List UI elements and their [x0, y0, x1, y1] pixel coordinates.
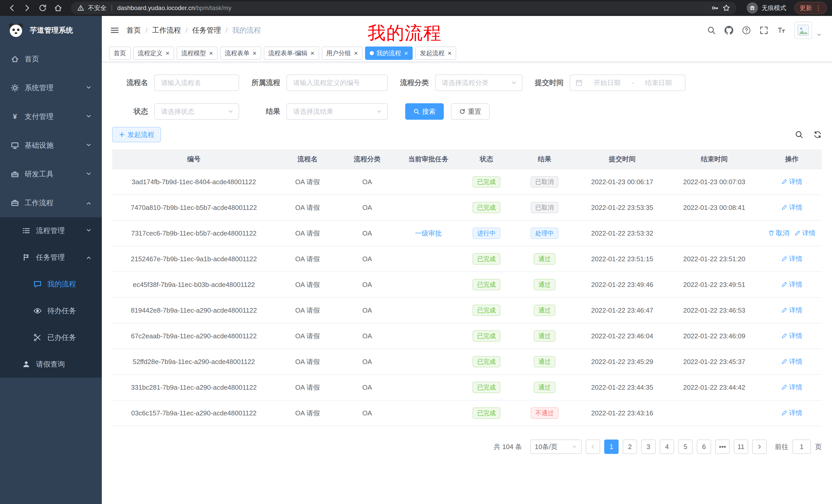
prev-page-button[interactable] — [586, 440, 600, 454]
app-logo[interactable]: 芋道管理系统 — [0, 16, 102, 45]
breadcrumb-item[interactable]: 任务管理 — [192, 25, 221, 35]
browser-chrome: 不安全 dashboard.yudao.iocoder.cn/bpm/task/… — [0, 0, 832, 16]
tab-process-form-edit[interactable]: 流程表单-编辑× — [264, 47, 319, 60]
star-icon[interactable] — [723, 4, 730, 12]
tab-start-process[interactable]: 发起流程× — [415, 47, 456, 60]
detail-link[interactable]: 详情 — [781, 177, 802, 186]
search-icon — [707, 26, 716, 35]
more-pages-button[interactable]: ••• — [715, 440, 730, 454]
detail-link[interactable]: 详情 — [781, 409, 802, 417]
briefcase-icon — [10, 199, 20, 207]
sidebar-item-home[interactable]: 首页 — [0, 45, 102, 74]
page-button-6[interactable]: 6 — [697, 440, 711, 454]
next-page-button[interactable] — [752, 440, 767, 454]
search-toggle-button[interactable] — [795, 131, 803, 139]
home-icon — [10, 55, 20, 63]
parent-process-input[interactable] — [286, 75, 388, 91]
close-icon[interactable]: × — [448, 50, 451, 57]
close-icon[interactable]: × — [253, 50, 256, 57]
refresh-table-button[interactable] — [813, 131, 822, 139]
user-avatar[interactable] — [795, 22, 812, 39]
edit-icon — [781, 384, 787, 390]
sidebar-item-my-process[interactable]: 我的流程 — [0, 271, 102, 298]
goto-page-input[interactable] — [792, 440, 811, 454]
category-select[interactable]: 请选择流程分类 — [435, 75, 522, 91]
update-button[interactable]: 更新 ⋮ — [795, 2, 827, 14]
column-header: 编号 — [112, 149, 276, 169]
date-end-placeholder: 结束日期 — [637, 78, 680, 87]
sidebar-item-system-management[interactable]: 系统管理 — [0, 74, 102, 102]
refresh-icon — [38, 4, 47, 12]
hamburger-icon[interactable] — [110, 26, 119, 35]
cancel-link[interactable]: 取消 — [768, 229, 789, 237]
sidebar-item-leave-query[interactable]: 请假查询 — [0, 351, 102, 377]
avatar-dropdown-icon[interactable] — [816, 30, 822, 39]
address-bar[interactable]: 不安全 dashboard.yudao.iocoder.cn/bpm/task/… — [71, 2, 736, 15]
browser-home-icon[interactable] — [51, 1, 65, 15]
column-header: 流程名 — [276, 149, 339, 169]
forward-icon — [23, 4, 32, 12]
browser-back-icon[interactable] — [5, 1, 19, 15]
sidebar-item-done-tasks[interactable]: 已办任务 — [0, 324, 102, 351]
current-task-link[interactable]: 一级审批 — [415, 229, 442, 238]
search-button[interactable]: 搜索 — [405, 103, 444, 120]
help-button[interactable] — [742, 26, 751, 35]
edit-icon — [781, 204, 787, 211]
tab-user-group[interactable]: 用户分组× — [322, 47, 363, 60]
detail-link[interactable]: 详情 — [795, 229, 815, 237]
status-select[interactable]: 请选择状态 — [154, 103, 239, 120]
process-name-input[interactable] — [154, 75, 239, 91]
app-title: 芋道管理系统 — [30, 25, 73, 35]
sidebar-item-todo-tasks[interactable]: 待办任务 — [0, 298, 102, 324]
sidebar-item-task-management[interactable]: 任务管理 — [0, 244, 102, 271]
top-navbar: 首页/工作流程/任务管理/我的流程 — [102, 16, 832, 45]
submit-time-range-picker[interactable]: 开始日期 - 结束日期 — [570, 75, 685, 91]
breadcrumb-item[interactable]: 工作流程 — [152, 25, 181, 35]
browser-forward-icon[interactable] — [21, 1, 34, 15]
tab-process-form[interactable]: 流程表单× — [220, 47, 261, 60]
eye-icon — [33, 307, 42, 315]
page-button-2[interactable]: 2 — [623, 440, 637, 454]
detail-link[interactable]: 详情 — [781, 254, 802, 263]
start-process-button[interactable]: 发起流程 — [112, 127, 161, 142]
page-button-4[interactable]: 4 — [660, 440, 674, 454]
close-icon[interactable]: × — [354, 50, 358, 57]
tab-home[interactable]: 首页 — [109, 47, 131, 60]
detail-link[interactable]: 详情 — [781, 280, 802, 289]
page-button-1[interactable]: 1 — [604, 440, 619, 454]
category-label: 流程分类 — [400, 78, 429, 88]
sidebar-item-payment-management[interactable]: ¥支付管理 — [0, 102, 102, 131]
detail-link[interactable]: 详情 — [781, 383, 802, 392]
detail-link[interactable]: 详情 — [781, 331, 802, 340]
search-form: 流程名 所属流程 流程分类 请选择流程分类 — [112, 75, 822, 120]
close-icon[interactable]: × — [311, 50, 314, 57]
sidebar-item-workflow[interactable]: 工作流程 — [0, 189, 102, 217]
browser-refresh-icon[interactable] — [36, 1, 49, 15]
font-size-button[interactable] — [777, 26, 786, 35]
reset-button[interactable]: 重置 — [451, 103, 490, 120]
tab-process-model[interactable]: 流程模型× — [177, 47, 217, 60]
page-button-11[interactable]: 11 — [734, 440, 748, 454]
close-icon[interactable]: × — [209, 50, 213, 57]
detail-link[interactable]: 详情 — [781, 203, 802, 212]
search-button[interactable] — [707, 26, 716, 35]
page-button-5[interactable]: 5 — [678, 440, 693, 454]
result-badge: 处理中 — [531, 228, 558, 239]
tab-process-definition[interactable]: 流程定义× — [133, 47, 174, 60]
browser-menu-icon[interactable]: ⋮ — [815, 5, 822, 11]
key-icon[interactable] — [711, 4, 719, 12]
close-icon[interactable]: × — [404, 50, 408, 57]
page-size-select[interactable]: 10条/页 — [530, 440, 581, 454]
fullscreen-button[interactable] — [759, 26, 768, 35]
breadcrumb-item[interactable]: 首页 — [127, 25, 141, 35]
github-button[interactable] — [725, 26, 733, 35]
sidebar-item-process-management[interactable]: 流程管理 — [0, 217, 102, 244]
close-icon[interactable]: × — [165, 50, 170, 57]
result-select[interactable]: 请选择流结果 — [286, 103, 388, 120]
page-button-3[interactable]: 3 — [641, 440, 656, 454]
detail-link[interactable]: 详情 — [781, 357, 802, 366]
tab-my-process[interactable]: 我的流程× — [365, 47, 413, 60]
sidebar-item-infrastructure[interactable]: 基础设施 — [0, 131, 102, 160]
sidebar-item-dev-tools[interactable]: 研发工具 — [0, 160, 102, 189]
detail-link[interactable]: 详情 — [781, 306, 802, 315]
